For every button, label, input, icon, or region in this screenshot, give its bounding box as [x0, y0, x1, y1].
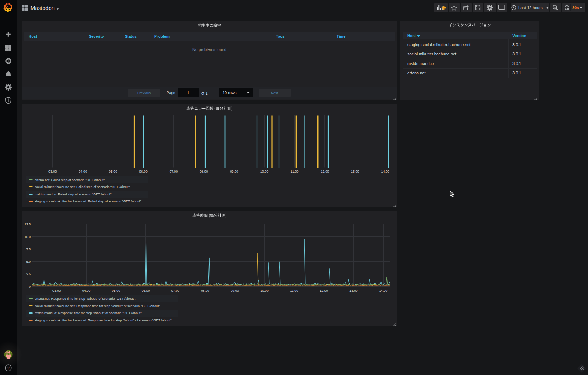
svg-text:05:00: 05:00	[112, 289, 120, 293]
svg-text:06:00: 06:00	[142, 289, 150, 293]
svg-text:10:00: 10:00	[260, 170, 269, 173]
svg-text:14:00: 14:00	[379, 289, 388, 293]
svg-text:14:00: 14:00	[381, 170, 389, 173]
svg-text:04:00: 04:00	[82, 289, 91, 293]
svg-text:08:00: 08:00	[200, 170, 208, 173]
svg-text:06:00: 06:00	[139, 170, 148, 173]
svg-text:03:00: 03:00	[48, 170, 57, 173]
svg-text:07:00: 07:00	[171, 289, 180, 293]
svg-text:13:00: 13:00	[349, 289, 358, 293]
svg-text:0: 0	[29, 285, 31, 288]
svg-text:05:00: 05:00	[109, 170, 117, 173]
svg-text:5.0: 5.0	[26, 260, 31, 264]
svg-text:07:00: 07:00	[170, 170, 178, 173]
svg-text:12:00: 12:00	[321, 170, 329, 173]
svg-text:?: ?	[7, 366, 9, 370]
svg-text:09:00: 09:00	[231, 289, 239, 293]
svg-text:10:00: 10:00	[260, 289, 269, 293]
svg-text:11:00: 11:00	[291, 170, 299, 173]
svg-text:04:00: 04:00	[79, 170, 87, 173]
svg-text:2.5: 2.5	[26, 272, 31, 276]
svg-text:08:00: 08:00	[201, 289, 209, 293]
svg-text:09:00: 09:00	[230, 170, 238, 173]
svg-text:11:00: 11:00	[290, 289, 298, 293]
svg-text:10.0: 10.0	[24, 235, 31, 239]
svg-text:03:00: 03:00	[52, 289, 61, 293]
svg-text:7.5: 7.5	[26, 247, 31, 251]
svg-text:12.5: 12.5	[24, 223, 31, 226]
svg-text:13:00: 13:00	[351, 170, 359, 173]
svg-text:12:00: 12:00	[320, 289, 328, 293]
